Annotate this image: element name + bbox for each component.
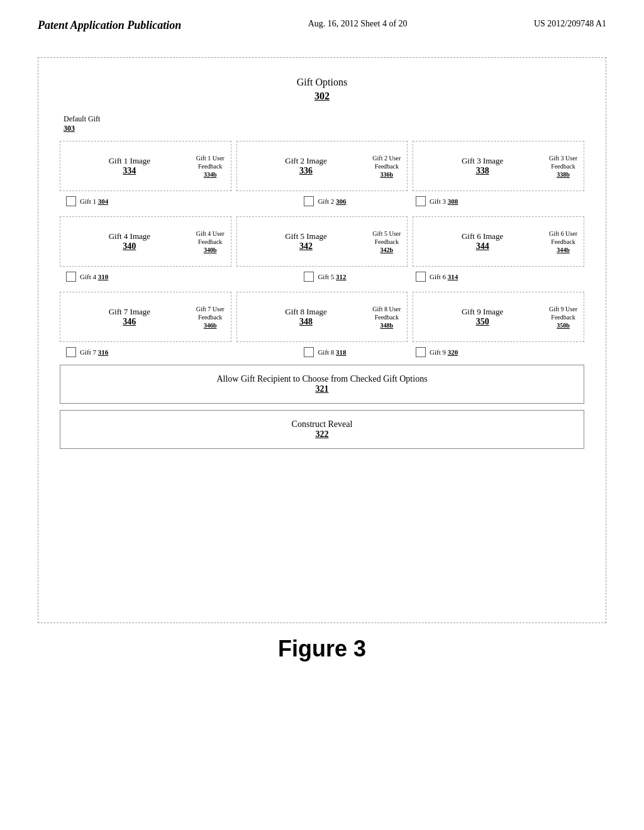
gift-5-image-num: 342 xyxy=(299,241,313,252)
checkbox-row-3: Gift 7 316 Gift 8 318 Gift 9 320 xyxy=(60,347,584,357)
gift-1-cell: Gift 1 Image 334 Gift 1 UserFeedback 334… xyxy=(60,141,231,191)
gift-8-cell: Gift 8 Image 348 Gift 8 UserFeedback 348… xyxy=(236,292,408,342)
checkbox-2-group: Gift 2 306 xyxy=(235,196,409,206)
checkbox-4[interactable] xyxy=(66,272,76,282)
gift-2-image-label: Gift 2 Image xyxy=(285,156,326,166)
gift-8-image-num: 348 xyxy=(299,317,313,327)
gift-4-cell: Gift 4 Image 340 Gift 4 UserFeedback 340… xyxy=(60,216,231,267)
gift-8-feedback: Gift 8 UserFeedback 348b xyxy=(372,305,401,329)
checkbox-3[interactable] xyxy=(416,196,426,206)
gift-6-feedback: Gift 6 UserFeedback 344b xyxy=(549,230,577,254)
checkbox-5[interactable] xyxy=(304,272,314,282)
gift-8-image-label: Gift 8 Image xyxy=(285,307,326,317)
gift-9-feedback: Gift 9 UserFeedback 350b xyxy=(549,305,577,329)
gift-6-image-label: Gift 6 Image xyxy=(462,231,503,241)
checkbox-1[interactable] xyxy=(66,196,76,206)
gift-2-feedback: Gift 2 UserFeedback 336b xyxy=(372,154,401,179)
gift-6-cell: Gift 6 Image 344 Gift 6 UserFeedback 344… xyxy=(413,216,584,267)
checkbox-3-group: Gift 3 308 xyxy=(409,196,584,206)
gift-9-image-num: 350 xyxy=(476,317,489,327)
diagram-container: Gift Options 302 Default Gift 303 Gift 1… xyxy=(38,57,606,623)
checkbox-row-2: Gift 4 310 Gift 5 312 Gift 6 314 xyxy=(60,272,584,282)
default-gift-label: Default Gift 303 xyxy=(64,114,587,133)
checkbox-1-group: Gift 1 304 xyxy=(60,196,235,206)
gift-2-image-block: Gift 2 Image 336 xyxy=(243,156,369,176)
gift-row-2: Gift 4 Image 340 Gift 4 UserFeedback 340… xyxy=(57,214,587,269)
gift-5-image-label: Gift 5 Image xyxy=(285,231,326,241)
gift-6-image-block: Gift 6 Image 344 xyxy=(419,231,545,252)
figure-caption: Figure 3 xyxy=(0,636,644,662)
gift-7-image-num: 346 xyxy=(123,317,136,327)
gift-3-cell: Gift 3 Image 338 Gift 3 UserFeedback 338… xyxy=(413,141,584,191)
gift-3-image-num: 338 xyxy=(476,166,489,176)
checkbox-9[interactable] xyxy=(416,347,426,357)
gift-9-image-block: Gift 9 Image 350 xyxy=(419,307,545,327)
gift-4-image-block: Gift 4 Image 340 xyxy=(67,231,192,252)
construct-reveal-button-num: 322 xyxy=(73,429,571,440)
gift-row-3: Gift 7 Image 346 Gift 7 UserFeedback 346… xyxy=(57,289,587,345)
checkbox-8-group: Gift 8 318 xyxy=(235,347,409,357)
checkbox-2[interactable] xyxy=(304,196,314,206)
gift-grid: Gift 1 Image 334 Gift 1 UserFeedback 334… xyxy=(57,138,587,357)
checkbox-8[interactable] xyxy=(304,347,314,357)
gift-row-1: Gift 1 Image 334 Gift 1 UserFeedback 334… xyxy=(57,138,587,194)
checkbox-row-1: Gift 1 304 Gift 2 306 Gift 3 308 xyxy=(60,196,584,206)
gift-1-image-block: Gift 1 Image 334 xyxy=(67,156,192,176)
checkbox-6[interactable] xyxy=(416,272,426,282)
checkbox-6-group: Gift 6 314 xyxy=(409,272,584,282)
gift-1-feedback: Gift 1 UserFeedback 334b xyxy=(196,154,225,179)
gift-7-image-label: Gift 7 Image xyxy=(109,307,150,317)
diagram-title-num: 302 xyxy=(57,91,587,102)
checkbox-9-group: Gift 9 320 xyxy=(409,347,584,357)
allow-gift-button-text: Allow Gift Recipient to Choose from Chec… xyxy=(73,374,571,384)
allow-gift-button[interactable]: Allow Gift Recipient to Choose from Chec… xyxy=(60,365,584,404)
gift-1-image-label: Gift 1 Image xyxy=(109,156,150,166)
gift-2-image-num: 336 xyxy=(299,166,313,176)
gift-5-feedback: Gift 5 UserFeedback 342b xyxy=(372,230,401,254)
gift-4-feedback: Gift 4 UserFeedback 340b xyxy=(196,230,225,254)
gift-6-image-num: 344 xyxy=(476,241,489,252)
construct-reveal-button-text: Construct Reveal xyxy=(73,419,571,429)
gift-1-image-num: 334 xyxy=(123,166,136,176)
diagram-title: Gift Options xyxy=(57,77,587,88)
header-center: Aug. 16, 2012 Sheet 4 of 20 xyxy=(308,19,408,29)
gift-5-image-block: Gift 5 Image 342 xyxy=(243,231,369,252)
gift-3-feedback: Gift 3 UserFeedback 338b xyxy=(549,154,577,179)
gift-4-image-label: Gift 4 Image xyxy=(109,231,150,241)
construct-reveal-button[interactable]: Construct Reveal 322 xyxy=(60,410,584,449)
gift-7-cell: Gift 7 Image 346 Gift 7 UserFeedback 346… xyxy=(60,292,231,342)
header-title: Patent Application Publication xyxy=(38,19,181,32)
gift-7-feedback: Gift 7 UserFeedback 346b xyxy=(196,305,225,329)
gift-5-cell: Gift 5 Image 342 Gift 5 UserFeedback 342… xyxy=(236,216,408,267)
checkbox-4-group: Gift 4 310 xyxy=(60,272,235,282)
gift-2-cell: Gift 2 Image 336 Gift 2 UserFeedback 336… xyxy=(236,141,408,191)
header-right: US 2012/209748 A1 xyxy=(534,19,606,29)
gift-4-image-num: 340 xyxy=(123,241,136,252)
checkbox-7-group: Gift 7 316 xyxy=(60,347,235,357)
bottom-buttons: Allow Gift Recipient to Choose from Chec… xyxy=(60,365,584,449)
gift-7-image-block: Gift 7 Image 346 xyxy=(67,307,192,327)
gift-3-image-block: Gift 3 Image 338 xyxy=(419,156,545,176)
gift-8-image-block: Gift 8 Image 348 xyxy=(243,307,369,327)
allow-gift-button-num: 321 xyxy=(73,384,571,394)
page-header: Patent Application Publication Aug. 16, … xyxy=(0,0,644,38)
gift-9-image-label: Gift 9 Image xyxy=(462,307,503,317)
checkbox-7[interactable] xyxy=(66,347,76,357)
checkbox-5-group: Gift 5 312 xyxy=(235,272,409,282)
gift-3-image-label: Gift 3 Image xyxy=(462,156,503,166)
gift-9-cell: Gift 9 Image 350 Gift 9 UserFeedback 350… xyxy=(413,292,584,342)
